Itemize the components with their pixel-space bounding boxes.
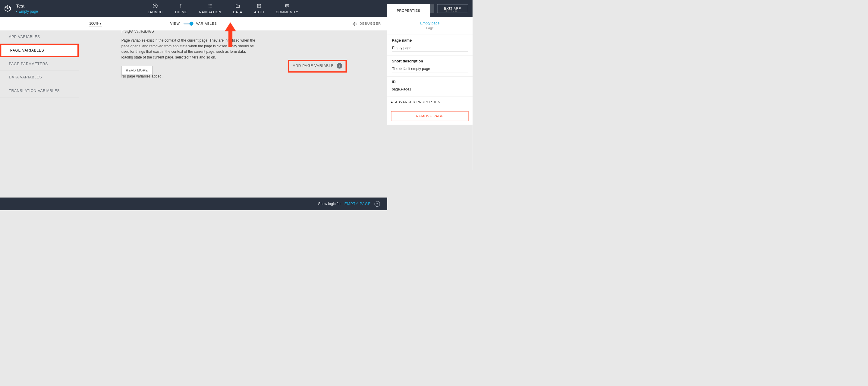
svg-line-13 [352,23,353,23]
brand-logo-icon[interactable] [4,5,11,12]
caret-down-icon: ▾ [99,22,101,26]
debugger-button[interactable]: DEBUGGER [352,21,381,26]
breadcrumb: ▸ Empty page [16,9,38,13]
sidebar-item-page-variables[interactable]: PAGE VARIABLES [0,44,79,57]
topnav-data[interactable]: DATA [233,3,242,14]
logic-footer: Show logic for EMPTY PAGE [0,198,387,210]
sub-toolbar: 100% ▾ VIEW VARIABLES DEBUGGER [0,17,387,30]
list-icon [207,3,213,9]
empty-state-message: No page variables added. [121,74,162,79]
page-name-label: Page name [392,38,468,42]
app-title: Test [16,3,38,8]
topnav-community[interactable]: COMMUNITY [276,3,298,14]
upload-icon [153,3,158,9]
tab-properties[interactable]: PROPERTIES [387,4,430,17]
topnav-launch[interactable]: LAUNCH [148,3,163,14]
expand-up-icon[interactable] [374,201,380,207]
read-more-button[interactable]: READ MORE [121,66,153,75]
section-description: Page variables exist in the context of t… [121,38,256,60]
topnav-navigation[interactable]: NAVIGATION [199,3,221,14]
sidebar-item-page-parameters[interactable]: PAGE PARAMETERS [0,57,79,70]
breadcrumb-page-link[interactable]: Empty page [19,9,38,13]
svg-line-14 [356,23,357,23]
topnav-auth[interactable]: AUTH [254,3,264,14]
short-description-input[interactable] [392,65,468,72]
tab-style[interactable]: STYLE [430,4,472,17]
folder-icon [235,3,241,9]
topnav-theme[interactable]: THEME [175,3,187,14]
app-brand: Test ▸ Empty page [0,3,42,13]
bug-icon [352,21,357,26]
id-value: page.Page1 [392,86,468,93]
add-page-variable-button[interactable]: ADD PAGE VARIABLE + [293,63,342,69]
sidebar-item-app-variables[interactable]: APP VARIABLES [0,30,79,44]
id-label: ID [392,80,468,84]
zoom-select[interactable]: 100% ▾ [89,21,102,27]
toggle-variables-label: VARIABLES [196,22,217,26]
remove-page-button[interactable]: REMOVE PAGE [391,111,469,121]
footer-label: Show logic for [318,202,341,206]
plus-icon: + [337,63,342,69]
canvas-area: Page variables Page variables exist in t… [79,17,387,198]
chat-icon [284,3,290,9]
add-page-variable-label: ADD PAGE VARIABLE [293,64,334,68]
sidebar-item-translation-variables[interactable]: TRANSLATION VARIABLES [0,84,79,98]
advanced-properties-toggle[interactable]: ▸ ADVANCED PROPERTIES [387,96,472,107]
properties-panel: PROPERTIES STYLE Empty page Page Page na… [387,17,472,210]
variable-scope-sidebar: APP VARIABLES PAGE VARIABLES PAGE PARAME… [0,17,79,198]
magic-icon [178,3,184,9]
toggle-view-label: VIEW [170,22,180,26]
footer-page-link[interactable]: EMPTY PAGE [344,202,371,206]
breadcrumb-caret-icon: ▸ [16,10,17,13]
sidebar-item-data-variables[interactable]: DATA VARIABLES [0,70,79,84]
page-name-input[interactable] [392,44,468,52]
view-variables-toggle[interactable] [184,23,192,24]
toggle-knob [190,22,193,26]
top-nav: LAUNCH THEME NAVIGATION DATA [42,3,404,14]
caret-right-icon: ▸ [391,100,393,104]
context-type-label: Page [387,26,472,30]
code-icon [256,3,262,9]
short-description-label: Short description [392,59,468,63]
context-page-link[interactable]: Empty page [387,21,472,25]
